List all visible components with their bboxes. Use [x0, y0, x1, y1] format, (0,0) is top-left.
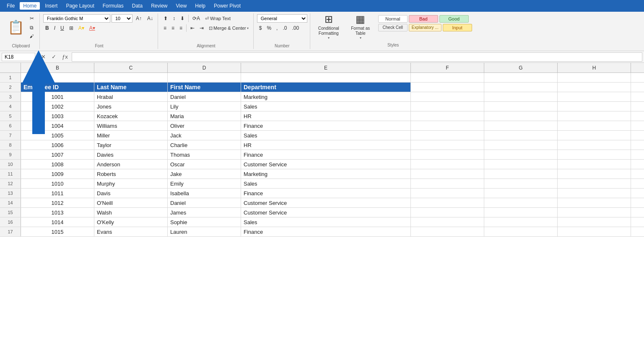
cell-c11[interactable]: Roberts — [94, 169, 168, 178]
cancel-formula-button[interactable]: ✕ — [39, 52, 48, 61]
cell-h16[interactable] — [558, 217, 631, 227]
align-center-button[interactable]: ≡ — [169, 24, 177, 32]
cell-b2[interactable]: Employee ID — [21, 83, 94, 92]
menu-help[interactable]: Help — [192, 2, 209, 10]
normal-style-cell[interactable]: Normal — [378, 15, 408, 23]
format-painter-button[interactable]: 🖌 — [28, 33, 36, 40]
comma-button[interactable]: , — [274, 24, 280, 32]
cut-button[interactable]: ✂ — [28, 14, 36, 23]
cell-e2[interactable]: Department — [241, 83, 411, 92]
row-num-13[interactable]: 13 — [0, 189, 21, 198]
menu-file[interactable]: File — [3, 2, 18, 10]
increase-indent-button[interactable]: ⇥ — [197, 24, 206, 32]
cell-g8[interactable] — [484, 140, 558, 150]
cell-g11[interactable] — [484, 169, 558, 178]
cell-h4[interactable] — [558, 102, 631, 111]
copy-button[interactable]: ⧉ — [28, 23, 36, 32]
align-top-button[interactable]: ⬆ — [161, 14, 170, 23]
cell-g6[interactable] — [484, 121, 558, 130]
cell-e4[interactable]: Sales — [241, 102, 411, 111]
cell-f8[interactable] — [411, 140, 484, 150]
cell-g4[interactable] — [484, 102, 558, 111]
cell-h13[interactable] — [558, 189, 631, 198]
cell-b1[interactable] — [21, 73, 94, 82]
cell-c13[interactable]: Davis — [94, 189, 168, 198]
cell-h11[interactable] — [558, 169, 631, 178]
row-num-14[interactable]: 14 — [0, 198, 21, 207]
cell-f2[interactable] — [411, 83, 484, 92]
cell-b4[interactable]: 1002 — [21, 102, 94, 111]
explanatory-style-cell[interactable]: Explanatory ... — [409, 24, 441, 31]
row-num-7[interactable]: 7 — [0, 131, 21, 140]
cell-h9[interactable] — [558, 150, 631, 159]
cell-e7[interactable]: Sales — [241, 131, 411, 140]
cell-c8[interactable]: Taylor — [94, 140, 168, 150]
increase-decimal-button[interactable]: .00 — [290, 24, 301, 32]
cell-f17[interactable] — [411, 227, 484, 236]
cell-d7[interactable]: Jack — [168, 131, 241, 140]
cell-g5[interactable] — [484, 111, 558, 121]
cell-g3[interactable] — [484, 92, 558, 101]
font-name-select[interactable]: Franklin Gothic M — [43, 14, 110, 23]
cell-f1[interactable] — [411, 73, 484, 82]
cell-c7[interactable]: Miller — [94, 131, 168, 140]
menu-formulas[interactable]: Formulas — [99, 2, 127, 10]
cell-d14[interactable]: Daniel — [168, 198, 241, 207]
cell-f11[interactable] — [411, 169, 484, 178]
font-increase-button[interactable]: A↑ — [134, 14, 144, 23]
col-header-d[interactable]: D — [168, 63, 241, 72]
number-format-select[interactable]: General — [257, 14, 307, 23]
cell-g17[interactable] — [484, 227, 558, 236]
cell-e16[interactable]: Sales — [241, 217, 411, 227]
cell-c10[interactable]: Anderson — [94, 160, 168, 169]
cell-d16[interactable]: Sophie — [168, 217, 241, 227]
cell-b5[interactable]: 1003 — [21, 111, 94, 121]
row-num-17[interactable]: 17 — [0, 227, 21, 236]
cell-d10[interactable]: Oscar — [168, 160, 241, 169]
cell-e15[interactable]: Customer Service — [241, 208, 411, 217]
italic-button[interactable]: I — [52, 24, 57, 32]
check-cell-style[interactable]: Check Cell — [378, 24, 408, 31]
cell-i15[interactable] — [631, 208, 644, 217]
decrease-indent-button[interactable]: ⇤ — [188, 24, 197, 32]
menu-view[interactable]: View — [173, 2, 190, 10]
cell-c2[interactable]: Last Name — [94, 83, 168, 92]
cell-h3[interactable] — [558, 92, 631, 101]
row-num-2[interactable]: 2 — [0, 83, 21, 92]
formula-input[interactable] — [72, 52, 642, 62]
cell-b17[interactable]: 1015 — [21, 227, 94, 236]
cell-i11[interactable] — [631, 169, 644, 178]
cell-b8[interactable]: 1006 — [21, 140, 94, 150]
cell-e9[interactable]: Finance — [241, 150, 411, 159]
menu-home[interactable]: Home — [20, 2, 40, 10]
row-num-8[interactable]: 8 — [0, 140, 21, 150]
menu-page-layout[interactable]: Page Layout — [62, 2, 97, 10]
cell-h14[interactable] — [558, 198, 631, 207]
cell-h17[interactable] — [558, 227, 631, 236]
cell-f14[interactable] — [411, 198, 484, 207]
cell-c14[interactable]: O'Neill — [94, 198, 168, 207]
row-num-10[interactable]: 10 — [0, 160, 21, 169]
cell-d9[interactable]: Thomas — [168, 150, 241, 159]
row-num-12[interactable]: 12 — [0, 179, 21, 188]
row-num-1[interactable]: 1 — [0, 73, 21, 82]
row-num-4[interactable]: 4 — [0, 102, 21, 111]
cell-e17[interactable]: Finance — [241, 227, 411, 236]
cell-e6[interactable]: Finance — [241, 121, 411, 130]
cell-i2[interactable] — [631, 83, 644, 92]
fill-color-button[interactable]: A▾ — [76, 24, 86, 32]
row-num-6[interactable]: 6 — [0, 121, 21, 130]
bold-button[interactable]: B — [43, 24, 51, 32]
cell-h7[interactable] — [558, 131, 631, 140]
paste-button[interactable]: 📋 — [6, 18, 26, 36]
cell-c5[interactable]: Kozacek — [94, 111, 168, 121]
cell-i13[interactable] — [631, 189, 644, 198]
cell-g1[interactable] — [484, 73, 558, 82]
cell-h12[interactable] — [558, 179, 631, 188]
row-num-5[interactable]: 5 — [0, 111, 21, 121]
cell-h1[interactable] — [558, 73, 631, 82]
bad-style-cell[interactable]: Bad — [409, 15, 438, 23]
cell-d13[interactable]: Isabella — [168, 189, 241, 198]
cell-e3[interactable]: Marketing — [241, 92, 411, 101]
insert-function-button[interactable]: ƒx — [60, 52, 70, 61]
